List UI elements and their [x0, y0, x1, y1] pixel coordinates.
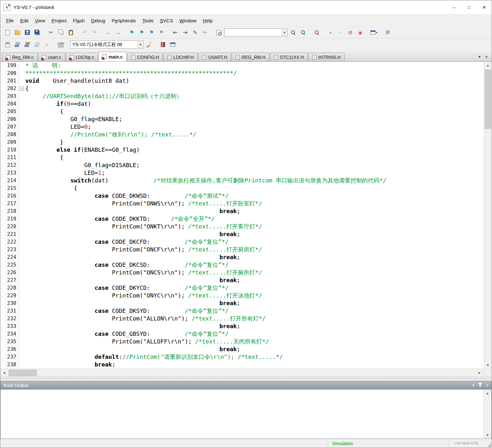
- code-area[interactable]: 199* 说 明:200****************************…: [0, 62, 484, 368]
- menu-item-peripherals[interactable]: Peripherals: [108, 16, 139, 25]
- fold-margin[interactable]: [19, 192, 25, 200]
- fold-margin[interactable]: [19, 361, 25, 368]
- fold-margin[interactable]: −: [19, 85, 25, 92]
- fold-margin[interactable]: [19, 100, 25, 108]
- toggle-bookmark-button[interactable]: ⚑: [127, 28, 136, 37]
- menu-item-window[interactable]: Window: [176, 16, 200, 25]
- code-line[interactable]: 219 case CODE_DKKTD: /*命令“全开”*/: [0, 215, 484, 223]
- code-line[interactable]: 234 case CODE_GBSYD: /*命令“复位”*/: [0, 330, 484, 338]
- build-target-button[interactable]: [13, 40, 22, 49]
- tab-usart.c[interactable]: usart.c: [38, 53, 65, 61]
- panel-splitter[interactable]: [0, 377, 492, 381]
- code-line[interactable]: 199* 说 明:: [0, 62, 484, 69]
- tab-reg_rw.c[interactable]: Reg_RW.c: [2, 53, 37, 61]
- scroll-down-icon[interactable]: ▼: [484, 361, 492, 368]
- code-line[interactable]: 227 break;: [0, 276, 484, 284]
- code-line[interactable]: 222 case CODE_DKCFD: /*命令“复位”*/: [0, 238, 484, 246]
- tab-config.h[interactable]: CONFIG.H: [127, 53, 163, 61]
- fold-margin[interactable]: [19, 246, 25, 253]
- fold-margin[interactable]: [19, 322, 25, 330]
- fold-margin[interactable]: [19, 276, 25, 284]
- code-line[interactable]: 200*************************************…: [0, 69, 484, 77]
- code-line[interactable]: 211 {: [0, 154, 484, 161]
- fold-margin[interactable]: [19, 284, 25, 292]
- dropdown-arrow-icon[interactable]: ▾: [138, 41, 143, 48]
- code-line[interactable]: 207 LED=0;: [0, 123, 484, 131]
- code-line[interactable]: 233 break;: [0, 322, 484, 330]
- find-button[interactable]: [298, 28, 307, 37]
- code-line[interactable]: 214 switch(dat) /*对结果执行相关操作,客户可删除Printco…: [0, 177, 484, 184]
- scroll-track[interactable]: [484, 397, 491, 431]
- prev-bookmark-button[interactable]: ⚑: [137, 28, 146, 37]
- fold-margin[interactable]: [19, 138, 25, 146]
- editor-horizontal-scrollbar[interactable]: ◄ ►: [0, 368, 492, 377]
- fold-margin[interactable]: [19, 253, 25, 261]
- code-line[interactable]: 212 G0_flag=DISABLE;: [0, 161, 484, 169]
- code-line[interactable]: 204 if(0==dat): [0, 100, 484, 108]
- save-button[interactable]: [23, 28, 32, 37]
- menu-item-svcs[interactable]: SVCS: [157, 16, 176, 25]
- fold-margin[interactable]: [19, 230, 25, 238]
- clear-bookmarks-button[interactable]: ⚑: [157, 28, 166, 37]
- fold-margin[interactable]: [19, 184, 25, 192]
- find-in-files-button[interactable]: [214, 28, 223, 37]
- fold-margin[interactable]: [19, 154, 25, 161]
- fold-margin[interactable]: [19, 123, 25, 131]
- code-line[interactable]: 216 case CODE_DKWSD: /*命令“测试”*/: [0, 192, 484, 200]
- menu-item-project[interactable]: Project: [48, 16, 70, 25]
- close-tab-icon[interactable]: ×: [485, 54, 488, 59]
- paste-button[interactable]: [66, 28, 75, 37]
- code-line[interactable]: 203 //UARTSendByte(dat);//串口识别码（十六进制）: [0, 92, 484, 100]
- fold-margin[interactable]: [19, 215, 25, 223]
- scroll-up-icon[interactable]: ▲: [484, 62, 492, 69]
- tab-stc11xx.h[interactable]: STC11XX.H: [270, 53, 308, 61]
- close-panel-icon[interactable]: ×: [486, 383, 488, 388]
- debug-windows-button[interactable]: ▾: [369, 28, 378, 37]
- fold-margin[interactable]: [19, 92, 25, 100]
- menu-item-view[interactable]: View: [32, 16, 48, 25]
- save-all-button[interactable]: [33, 28, 42, 37]
- code-line[interactable]: 228 case CODE_DKYCD: /*命令“复位”*/: [0, 284, 484, 292]
- nav-forward-button[interactable]: →: [114, 28, 123, 37]
- code-line[interactable]: 220 PrintCom("ONKT\r\n"); /*text.....打开客…: [0, 223, 484, 230]
- menu-item-debug[interactable]: Debug: [88, 16, 108, 25]
- code-line[interactable]: 224 break;: [0, 253, 484, 261]
- fold-margin[interactable]: [19, 131, 25, 138]
- hscroll-thumb[interactable]: [9, 370, 37, 376]
- code-line[interactable]: 229 PrintCom("ONYC\r\n"); /*text.....打开泳…: [0, 292, 484, 299]
- fold-margin[interactable]: [19, 200, 25, 207]
- tab-main.c[interactable]: main.c: [99, 52, 126, 61]
- pin-panel-icon[interactable]: [480, 384, 481, 387]
- fold-margin[interactable]: [19, 177, 25, 184]
- app-icon[interactable]: V: [4, 4, 11, 11]
- code-line[interactable]: 201void User_handle(uint8 dat): [0, 77, 484, 85]
- undo-button[interactable]: ↶: [80, 28, 89, 37]
- fold-margin[interactable]: [19, 146, 25, 154]
- insert-breakpoint-button[interactable]: ●: [326, 28, 335, 37]
- code-line[interactable]: 230 break;: [0, 299, 484, 307]
- code-line[interactable]: 238 break;: [0, 361, 484, 368]
- code-line[interactable]: 215 {: [0, 184, 484, 192]
- tab-list-dropdown-icon[interactable]: ▾: [479, 54, 481, 59]
- fold-margin[interactable]: [19, 307, 25, 315]
- code-line[interactable]: 223 PrintCom("ONCF\r\n"); /*text.....打开厨…: [0, 246, 484, 253]
- translate-file-button[interactable]: [3, 40, 12, 49]
- code-line[interactable]: 205 {: [0, 108, 484, 115]
- fold-margin[interactable]: [19, 330, 25, 338]
- scroll-left-icon[interactable]: ◄: [0, 369, 8, 377]
- uncomment-selection-button[interactable]: ✏: [201, 28, 210, 37]
- incremental-find-button[interactable]: [312, 28, 321, 37]
- fold-margin[interactable]: [19, 238, 25, 246]
- code-line[interactable]: 232 PrintCom("ALLON\r\n"); /*text.....打开…: [0, 315, 484, 322]
- enable-breakpoint-button[interactable]: ○: [336, 28, 345, 37]
- resize-grip[interactable]: [485, 439, 492, 448]
- find-text-combobox[interactable]: ▾: [224, 28, 288, 36]
- target-select-combobox[interactable]: YS-V0.7口令模式工程 08▾: [70, 41, 144, 49]
- editor-vertical-scrollbar[interactable]: ▲ ▼: [484, 62, 492, 368]
- fold-margin[interactable]: [19, 292, 25, 299]
- indent-left-button[interactable]: ⇤: [171, 28, 180, 37]
- tab-reg_rw.h[interactable]: REG_RW.H: [232, 53, 269, 61]
- code-line[interactable]: 221 break;: [0, 230, 484, 238]
- code-line[interactable]: 217 PrintCom("ONWS\r\n"); /*text.....打开卧…: [0, 200, 484, 207]
- fold-margin[interactable]: [19, 223, 25, 230]
